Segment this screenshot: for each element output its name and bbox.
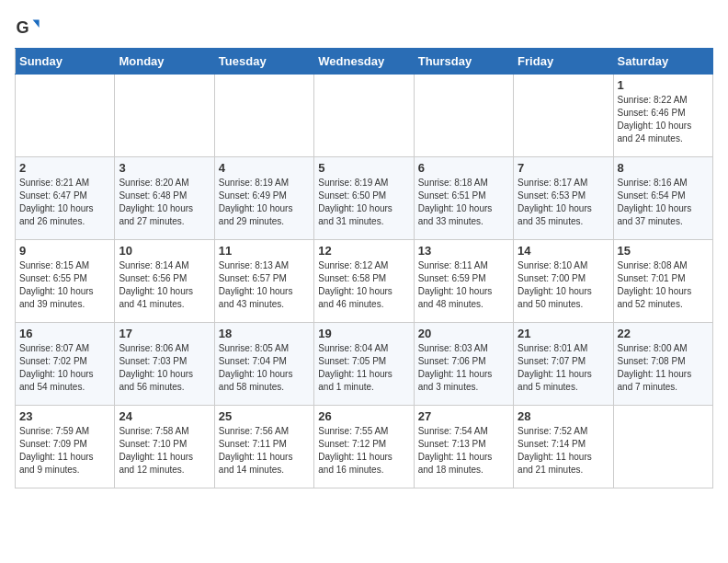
day-cell: 18Sunrise: 8:05 AM Sunset: 7:04 PM Dayli… bbox=[214, 323, 313, 406]
day-cell bbox=[214, 75, 313, 157]
day-info: Sunrise: 8:13 AM Sunset: 6:57 PM Dayligh… bbox=[219, 259, 310, 311]
day-number: 9 bbox=[19, 244, 110, 258]
calendar-table: SundayMondayTuesdayWednesdayThursdayFrid… bbox=[15, 48, 713, 488]
day-cell: 5Sunrise: 8:19 AM Sunset: 6:50 PM Daylig… bbox=[314, 157, 414, 240]
page-header: G bbox=[15, 15, 713, 40]
week-row-2: 2Sunrise: 8:21 AM Sunset: 6:47 PM Daylig… bbox=[16, 157, 713, 240]
day-cell: 24Sunrise: 7:58 AM Sunset: 7:10 PM Dayli… bbox=[115, 406, 214, 488]
day-info: Sunrise: 8:20 AM Sunset: 6:48 PM Dayligh… bbox=[119, 177, 210, 228]
day-info: Sunrise: 8:21 AM Sunset: 6:47 PM Dayligh… bbox=[19, 177, 110, 228]
day-cell: 26Sunrise: 7:55 AM Sunset: 7:12 PM Dayli… bbox=[314, 406, 414, 488]
day-number: 25 bbox=[219, 409, 310, 423]
day-info: Sunrise: 8:06 AM Sunset: 7:03 PM Dayligh… bbox=[119, 342, 210, 394]
day-cell: 16Sunrise: 8:07 AM Sunset: 7:02 PM Dayli… bbox=[16, 323, 115, 406]
day-number: 2 bbox=[19, 161, 110, 175]
day-info: Sunrise: 8:11 AM Sunset: 6:59 PM Dayligh… bbox=[418, 259, 509, 311]
day-cell bbox=[314, 75, 414, 157]
col-header-saturday: Saturday bbox=[613, 49, 712, 75]
day-cell: 6Sunrise: 8:18 AM Sunset: 6:51 PM Daylig… bbox=[414, 157, 513, 240]
day-cell: 20Sunrise: 8:03 AM Sunset: 7:06 PM Dayli… bbox=[414, 323, 513, 406]
col-header-monday: Monday bbox=[115, 49, 214, 75]
day-info: Sunrise: 7:58 AM Sunset: 7:10 PM Dayligh… bbox=[119, 425, 210, 477]
col-header-tuesday: Tuesday bbox=[214, 49, 313, 75]
week-row-3: 9Sunrise: 8:15 AM Sunset: 6:55 PM Daylig… bbox=[16, 240, 713, 323]
day-info: Sunrise: 7:55 AM Sunset: 7:12 PM Dayligh… bbox=[318, 425, 409, 477]
svg-marker-1 bbox=[33, 20, 40, 28]
day-info: Sunrise: 7:56 AM Sunset: 7:11 PM Dayligh… bbox=[219, 425, 310, 477]
logo-icon: G bbox=[15, 15, 40, 40]
day-number: 3 bbox=[119, 161, 210, 175]
day-number: 10 bbox=[119, 244, 210, 258]
day-cell: 19Sunrise: 8:04 AM Sunset: 7:05 PM Dayli… bbox=[314, 323, 414, 406]
day-cell: 7Sunrise: 8:17 AM Sunset: 6:53 PM Daylig… bbox=[514, 157, 613, 240]
day-cell: 22Sunrise: 8:00 AM Sunset: 7:08 PM Dayli… bbox=[613, 323, 712, 406]
day-number: 23 bbox=[19, 409, 110, 423]
day-cell: 13Sunrise: 8:11 AM Sunset: 6:59 PM Dayli… bbox=[414, 240, 513, 323]
day-number: 8 bbox=[618, 161, 709, 175]
day-number: 26 bbox=[318, 409, 409, 423]
day-number: 28 bbox=[518, 409, 609, 423]
day-number: 16 bbox=[19, 327, 110, 340]
day-info: Sunrise: 8:16 AM Sunset: 6:54 PM Dayligh… bbox=[618, 177, 709, 228]
svg-text:G: G bbox=[16, 18, 28, 37]
day-number: 6 bbox=[418, 161, 509, 175]
day-info: Sunrise: 8:01 AM Sunset: 7:07 PM Dayligh… bbox=[518, 342, 609, 394]
day-cell: 21Sunrise: 8:01 AM Sunset: 7:07 PM Dayli… bbox=[514, 323, 613, 406]
day-cell: 9Sunrise: 8:15 AM Sunset: 6:55 PM Daylig… bbox=[16, 240, 115, 323]
day-number: 11 bbox=[219, 244, 310, 258]
day-cell: 4Sunrise: 8:19 AM Sunset: 6:49 PM Daylig… bbox=[214, 157, 313, 240]
day-info: Sunrise: 8:14 AM Sunset: 6:56 PM Dayligh… bbox=[119, 259, 210, 311]
day-info: Sunrise: 8:07 AM Sunset: 7:02 PM Dayligh… bbox=[19, 342, 110, 394]
day-cell: 28Sunrise: 7:52 AM Sunset: 7:14 PM Dayli… bbox=[514, 406, 613, 488]
day-number: 24 bbox=[119, 409, 210, 423]
day-info: Sunrise: 7:59 AM Sunset: 7:09 PM Dayligh… bbox=[19, 425, 110, 477]
day-info: Sunrise: 8:10 AM Sunset: 7:00 PM Dayligh… bbox=[518, 259, 609, 311]
day-info: Sunrise: 8:17 AM Sunset: 6:53 PM Dayligh… bbox=[518, 177, 609, 228]
day-number: 12 bbox=[318, 244, 409, 258]
day-info: Sunrise: 8:22 AM Sunset: 6:46 PM Dayligh… bbox=[618, 94, 709, 145]
day-number: 1 bbox=[618, 78, 709, 92]
day-cell: 12Sunrise: 8:12 AM Sunset: 6:58 PM Dayli… bbox=[314, 240, 414, 323]
day-number: 5 bbox=[318, 161, 409, 175]
day-number: 22 bbox=[618, 327, 709, 340]
day-cell: 14Sunrise: 8:10 AM Sunset: 7:00 PM Dayli… bbox=[514, 240, 613, 323]
day-number: 19 bbox=[318, 327, 409, 340]
day-cell: 25Sunrise: 7:56 AM Sunset: 7:11 PM Dayli… bbox=[214, 406, 313, 488]
day-info: Sunrise: 8:19 AM Sunset: 6:50 PM Dayligh… bbox=[318, 177, 409, 228]
day-cell bbox=[613, 406, 712, 488]
day-info: Sunrise: 7:52 AM Sunset: 7:14 PM Dayligh… bbox=[518, 425, 609, 477]
day-number: 7 bbox=[518, 161, 609, 175]
day-info: Sunrise: 7:54 AM Sunset: 7:13 PM Dayligh… bbox=[418, 425, 509, 477]
col-header-sunday: Sunday bbox=[16, 49, 115, 75]
day-cell: 23Sunrise: 7:59 AM Sunset: 7:09 PM Dayli… bbox=[16, 406, 115, 488]
week-row-4: 16Sunrise: 8:07 AM Sunset: 7:02 PM Dayli… bbox=[16, 323, 713, 406]
week-row-1: 1Sunrise: 8:22 AM Sunset: 6:46 PM Daylig… bbox=[16, 75, 713, 157]
day-info: Sunrise: 8:03 AM Sunset: 7:06 PM Dayligh… bbox=[418, 342, 509, 394]
day-cell: 8Sunrise: 8:16 AM Sunset: 6:54 PM Daylig… bbox=[613, 157, 712, 240]
col-header-thursday: Thursday bbox=[414, 49, 513, 75]
day-cell: 15Sunrise: 8:08 AM Sunset: 7:01 PM Dayli… bbox=[613, 240, 712, 323]
day-number: 18 bbox=[219, 327, 310, 340]
day-info: Sunrise: 8:18 AM Sunset: 6:51 PM Dayligh… bbox=[418, 177, 509, 228]
day-info: Sunrise: 8:19 AM Sunset: 6:49 PM Dayligh… bbox=[219, 177, 310, 228]
day-cell: 2Sunrise: 8:21 AM Sunset: 6:47 PM Daylig… bbox=[16, 157, 115, 240]
day-cell: 1Sunrise: 8:22 AM Sunset: 6:46 PM Daylig… bbox=[613, 75, 712, 157]
day-cell: 17Sunrise: 8:06 AM Sunset: 7:03 PM Dayli… bbox=[115, 323, 214, 406]
logo: G bbox=[15, 15, 44, 40]
day-cell bbox=[16, 75, 115, 157]
day-info: Sunrise: 8:08 AM Sunset: 7:01 PM Dayligh… bbox=[618, 259, 709, 311]
day-number: 4 bbox=[219, 161, 310, 175]
day-number: 27 bbox=[418, 409, 509, 423]
day-number: 14 bbox=[518, 244, 609, 258]
day-number: 21 bbox=[518, 327, 609, 340]
day-number: 17 bbox=[119, 327, 210, 340]
day-info: Sunrise: 8:15 AM Sunset: 6:55 PM Dayligh… bbox=[19, 259, 110, 311]
header-row: SundayMondayTuesdayWednesdayThursdayFrid… bbox=[16, 49, 713, 75]
col-header-wednesday: Wednesday bbox=[314, 49, 414, 75]
day-cell bbox=[514, 75, 613, 157]
day-info: Sunrise: 8:04 AM Sunset: 7:05 PM Dayligh… bbox=[318, 342, 409, 394]
day-number: 13 bbox=[418, 244, 509, 258]
week-row-5: 23Sunrise: 7:59 AM Sunset: 7:09 PM Dayli… bbox=[16, 406, 713, 488]
day-cell: 3Sunrise: 8:20 AM Sunset: 6:48 PM Daylig… bbox=[115, 157, 214, 240]
day-number: 15 bbox=[618, 244, 709, 258]
